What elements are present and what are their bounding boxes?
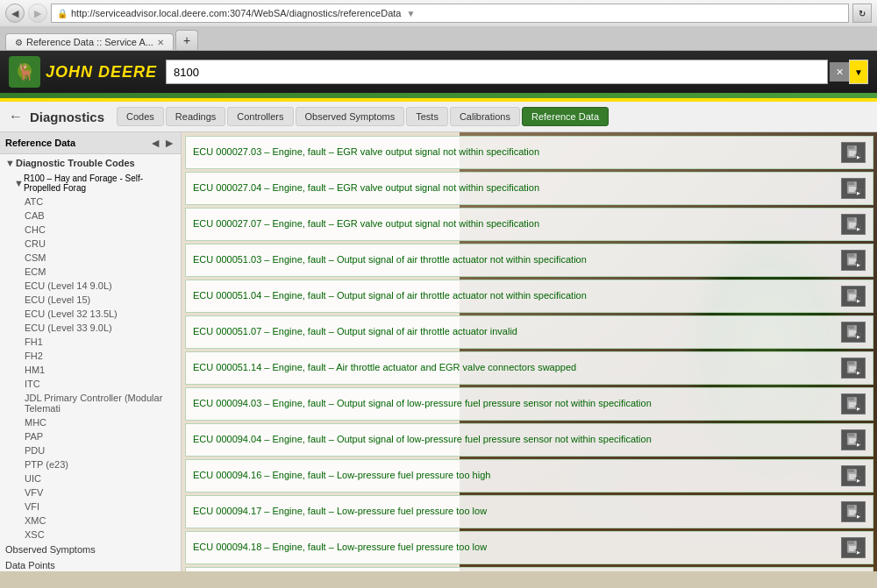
list-item-document-icon[interactable]: ▶ — [841, 465, 866, 486]
list-item[interactable]: ECU 000094.03 – Engine, fault – Output s… — [185, 387, 873, 421]
list-item[interactable]: ECU 000094.17 – Engine, fault – Low-pres… — [185, 495, 873, 528]
tree-controller-cab[interactable]: CAB — [0, 209, 181, 223]
url-text: http://serviceadvisor.local.deere.com:30… — [71, 8, 401, 18]
collapse-left-icon: ◄ — [149, 136, 161, 150]
new-tab-button[interactable]: + — [175, 30, 198, 50]
svg-rect-16 — [848, 217, 854, 221]
back-button[interactable]: ◀ — [5, 4, 25, 23]
tab-controllers[interactable]: Controllers — [227, 107, 293, 126]
tree-controller-vfv[interactable]: VFV — [0, 485, 181, 499]
tree-controller-ecu-(level-32-13.5l)[interactable]: ECU (Level 32 13.5L) — [0, 307, 181, 321]
list-item[interactable]: ECU 000051.03 – Engine, fault – Output s… — [185, 244, 873, 277]
lock-icon: 🔒 — [57, 9, 68, 18]
svg-text:▶: ▶ — [857, 370, 860, 375]
tree-controller-vfi[interactable]: VFI — [0, 499, 181, 514]
list-item[interactable]: ECU 000094.04 – Engine, fault – Output s… — [185, 423, 873, 457]
tree-data-points[interactable]: Data Points — [0, 557, 181, 571]
tab-close-button[interactable]: ✕ — [157, 38, 164, 47]
tab-reference-data[interactable]: Reference Data — [522, 107, 609, 126]
list-item[interactable]: ECU 000027.07 – Engine, fault – EGR valv… — [185, 208, 873, 241]
tree-controller-ecm[interactable]: ECM — [0, 265, 181, 279]
tree-controller-xmc[interactable]: XMC — [0, 514, 181, 528]
svg-text:▶: ▶ — [857, 478, 860, 483]
sidebar-collapse-button[interactable]: ◄ ► — [149, 136, 175, 150]
list-item-document-icon[interactable]: ▶ — [841, 393, 866, 414]
search-clear-button[interactable]: ✕ — [830, 62, 849, 81]
tree-controller-pdu[interactable]: PDU — [0, 443, 181, 457]
browser-toolbar: ◀ ▶ 🔒 http://serviceadvisor.local.deere.… — [0, 0, 877, 26]
list-item[interactable]: ECU 000051.07 – Engine, fault – Output s… — [185, 315, 873, 349]
tree-controller-pap[interactable]: PAP — [0, 429, 181, 443]
svg-rect-37 — [848, 325, 854, 329]
tree-controller-ecu-(level-14-9.0l)[interactable]: ECU (Level 14 9.0L) — [0, 279, 181, 293]
tree-controller-chc[interactable]: CHC — [0, 223, 181, 237]
tree-root-label: Diagnostic Trouble Codes — [16, 158, 135, 168]
tree-controller-atc[interactable]: ATC — [0, 195, 181, 209]
tree-machine[interactable]: ▼ R100 – Hay and Forage - Self-Propelled… — [0, 172, 181, 195]
browser-chrome: ◀ ▶ 🔒 http://serviceadvisor.local.deere.… — [0, 0, 877, 51]
tree-controller-ptp-(e23)[interactable]: PTP (e23) — [0, 457, 181, 471]
tree-controller-ecu-(level-15)[interactable]: ECU (Level 15) — [0, 293, 181, 307]
jd-logo: 🦌 JOHN DEERE — [9, 56, 157, 88]
list-item[interactable]: ECU 000027.04 – Engine, fault – EGR valv… — [185, 172, 873, 205]
brand-name: JOHN DEERE — [46, 63, 157, 81]
list-item-document-icon[interactable]: ▶ — [841, 358, 866, 379]
list-item-document-icon[interactable]: ▶ — [841, 214, 866, 235]
list-item-text: ECU 000051.07 – Engine, fault – Output s… — [193, 325, 836, 338]
content-area: Reference Data ◄ ► ▼ Diagnostic Trouble … — [0, 132, 877, 571]
list-item-document-icon[interactable]: ▶ — [841, 250, 866, 271]
tab-calibrations[interactable]: Calibrations — [450, 107, 520, 126]
url-dropdown[interactable]: ▼ — [406, 9, 415, 18]
list-item-document-icon[interactable]: ▶ — [841, 537, 866, 558]
tree-controller-itc[interactable]: ITC — [0, 377, 181, 391]
tree-root-dtc[interactable]: ▼ Diagnostic Trouble Codes — [0, 154, 181, 172]
svg-rect-58 — [848, 433, 854, 436]
tree-controller-csm[interactable]: CSM — [0, 251, 181, 265]
list-item[interactable]: ECU 000094.18 – Engine, fault – Low-pres… — [185, 531, 873, 564]
list-item-document-icon[interactable]: ▶ — [841, 322, 866, 343]
sidebar-tree: ▼ Diagnostic Trouble Codes ▼ R100 – Hay … — [0, 154, 181, 571]
page-title: Diagnostics — [30, 110, 104, 124]
list-item[interactable]: ECU 000051.14 – Engine, fault – Air thro… — [185, 351, 873, 385]
refresh-button[interactable]: ↻ — [852, 4, 872, 23]
tree-controller-uic[interactable]: UIC — [0, 471, 181, 485]
tab-readings[interactable]: Readings — [166, 107, 225, 126]
list-item[interactable]: ECU 000027.03 – Engine, fault – EGR valv… — [185, 136, 873, 169]
sidebar-title: Reference Data — [5, 138, 75, 148]
list-item-document-icon[interactable]: ▶ — [841, 286, 866, 307]
tree-controller-mhc[interactable]: MHC — [0, 415, 181, 429]
tab-favicon: ⚙ — [15, 38, 23, 47]
search-container: ✕ ▼ — [166, 60, 868, 84]
list-item[interactable]: ECU 000051.04 – Engine, fault – Output s… — [185, 280, 873, 313]
tree-controller-hm1[interactable]: HM1 — [0, 363, 181, 377]
nav-tabs: Codes Readings Controllers Observed Symp… — [117, 107, 609, 126]
tree-controller-jdl-primary-controller-(modular-telemati[interactable]: JDL Primary Controller (Modular Telemati — [0, 391, 181, 415]
list-item-document-icon[interactable]: ▶ — [841, 429, 866, 450]
tree-controller-xsc[interactable]: XSC — [0, 528, 181, 542]
tab-observed-symptoms[interactable]: Observed Symptoms — [296, 107, 405, 126]
expand-icon: ▼ — [5, 158, 16, 168]
list-item-document-icon[interactable]: ▶ — [841, 142, 866, 163]
search-input[interactable] — [166, 60, 828, 84]
svg-text:▶: ▶ — [857, 262, 860, 267]
list-item-document-icon[interactable]: ▶ — [841, 178, 866, 199]
tree-controller-fh2[interactable]: FH2 — [0, 349, 181, 363]
page-back-button[interactable]: ← — [9, 109, 23, 124]
svg-text:▶: ▶ — [857, 334, 860, 339]
tree-observed-symptoms[interactable]: Observed Symptoms — [0, 542, 181, 557]
list-item[interactable]: ECU 000097.03 – Engine, fault – Output s… — [185, 567, 873, 571]
tree-controller-ecu-(level-33-9.0l)[interactable]: ECU (Level 33 9.0L) — [0, 321, 181, 335]
list-item-document-icon[interactable]: ▶ — [841, 501, 866, 522]
search-dropdown-button[interactable]: ▼ — [849, 60, 868, 84]
tab-codes[interactable]: Codes — [117, 107, 164, 126]
svg-text:▶: ▶ — [857, 514, 860, 519]
active-tab[interactable]: ⚙ Reference Data :: Service A... ✕ — [5, 33, 174, 50]
list-item-text: ECU 000051.03 – Engine, fault – Output s… — [193, 253, 836, 266]
list-item[interactable]: ECU 000094.16 – Engine, fault – Low-pres… — [185, 459, 873, 492]
collapse-right-icon: ► — [163, 136, 175, 150]
tab-tests[interactable]: Tests — [406, 107, 448, 126]
tree-controller-fh1[interactable]: FH1 — [0, 335, 181, 349]
tree-controller-cru[interactable]: CRU — [0, 237, 181, 251]
app-header: 🦌 JOHN DEERE ✕ ▼ — [0, 51, 877, 93]
forward-button[interactable]: ▶ — [28, 4, 47, 23]
